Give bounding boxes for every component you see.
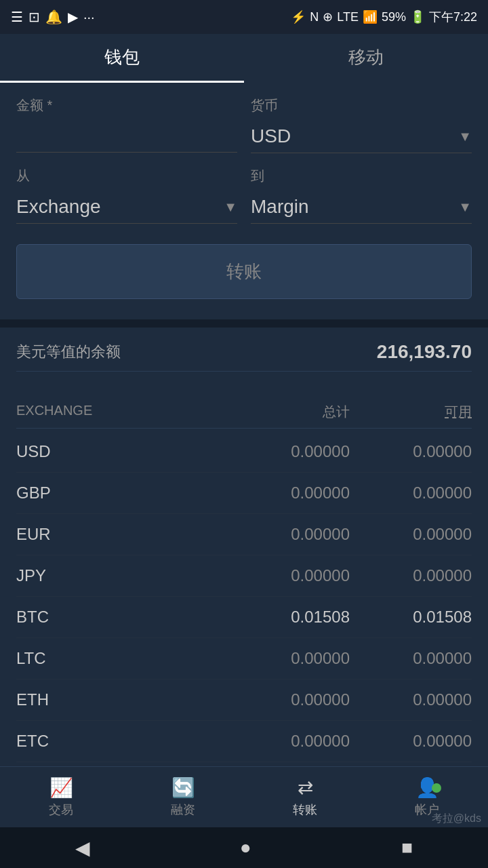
total-value: 0.00000 [228, 732, 350, 751]
balance-value: 216,193.70 [377, 341, 472, 363]
from-select[interactable]: Exchange ▼ [16, 191, 237, 224]
to-chevron-icon: ▼ [458, 199, 472, 215]
android-nav-bar: ◀ ● ■ [0, 827, 488, 868]
available-value: 0.00000 [350, 566, 472, 585]
play-icon: ▶ [68, 9, 78, 25]
vpn-icon: ⊕ [323, 9, 333, 24]
currency-label: EUR [16, 525, 228, 544]
nav-finance[interactable]: 🔄 融资 [122, 776, 244, 818]
recent-button[interactable]: ■ [401, 837, 413, 859]
status-bar: ☰ ⊡ 🔔 ▶ ··· ⚡ N ⊕ LTE 📶 59% 🔋 下午7:22 [0, 0, 488, 34]
currency-label: ETC [16, 732, 228, 751]
status-right-info: ⚡ N ⊕ LTE 📶 59% 🔋 下午7:22 [291, 9, 477, 25]
table-row: ETC 0.00000 0.00000 [16, 721, 472, 762]
available-value: 0.00000 [350, 649, 472, 668]
amount-field: 金额 * [16, 96, 237, 153]
time-display: 下午7:22 [429, 9, 477, 25]
table-row: BTC 0.01508 0.01508 [16, 597, 472, 638]
currency-value: USD [251, 125, 291, 147]
from-value: Exchange [16, 196, 101, 218]
from-chevron-icon: ▼ [224, 199, 237, 215]
lte-label: LTE [337, 10, 359, 24]
nav-trade[interactable]: 📈 交易 [0, 776, 122, 818]
table-row: EUR 0.00000 0.00000 [16, 514, 472, 555]
transfer-icon: ⇄ [298, 776, 313, 799]
total-value: 0.00000 [228, 690, 350, 709]
total-value: 0.01508 [228, 608, 350, 627]
col-total-header: 总计 [228, 403, 350, 421]
to-select[interactable]: Margin ▼ [251, 191, 472, 224]
currency-label: ETH [16, 690, 228, 709]
account-dot [432, 783, 441, 793]
currency-select[interactable]: USD ▼ [251, 120, 472, 153]
to-value: Margin [251, 196, 309, 218]
amount-label: 金额 * [16, 96, 237, 115]
nav-transfer[interactable]: ⇄ 转账 [244, 776, 366, 818]
main-tab-bar: 钱包 移动 [0, 34, 488, 83]
table-row: USD 0.00000 0.00000 [16, 431, 472, 473]
currency-label: USD [16, 442, 228, 461]
table-row: JPY 0.00000 0.00000 [16, 555, 472, 597]
available-value: 0.00000 [350, 732, 472, 751]
table-row: GBP 0.00000 0.00000 [16, 473, 472, 514]
tab-wallet[interactable]: 钱包 [0, 34, 244, 83]
table-header: EXCHANGE 总计 可用 [16, 396, 472, 429]
nfc-icon: N [310, 10, 319, 24]
col-available-header: 可用 [350, 403, 472, 421]
more-icon: ··· [83, 9, 95, 25]
available-value: 0.00000 [350, 484, 472, 502]
currency-chevron-icon: ▼ [458, 129, 472, 144]
currency-label: GBP [16, 484, 228, 502]
available-value: 0.00000 [350, 690, 472, 709]
balance-label: 美元等值的余额 [16, 342, 121, 362]
currency-field: 货币 USD ▼ [251, 96, 472, 153]
menu-icon: ☰ [11, 9, 23, 25]
section-exchange-label: EXCHANGE [16, 403, 228, 421]
signal-icon: 📶 [363, 9, 378, 24]
currency-label: JPY [16, 566, 228, 585]
tab-move[interactable]: 移动 [244, 34, 488, 83]
currency-label: LTC [16, 649, 228, 668]
watermark: 考拉@kds [432, 812, 481, 826]
back-button[interactable]: ◀ [75, 837, 90, 859]
app-icon: ⊡ [28, 9, 40, 25]
finance-icon: 🔄 [171, 776, 195, 799]
total-value: 0.00000 [228, 566, 350, 585]
currency-label: 货币 [251, 96, 472, 115]
available-value: 0.01508 [350, 608, 472, 627]
to-field: 到 Margin ▼ [251, 167, 472, 224]
balance-section: 美元等值的余额 216,193.70 [0, 328, 488, 396]
currency-label: BTC [16, 608, 228, 627]
from-label: 从 [16, 167, 237, 185]
table-row: LTC 0.00000 0.00000 [16, 638, 472, 679]
status-left-icons: ☰ ⊡ 🔔 ▶ ··· [11, 9, 95, 25]
total-value: 0.00000 [228, 525, 350, 544]
bluetooth-icon: ⚡ [291, 9, 306, 24]
transfer-form: 金额 * 货币 USD ▼ 从 Exchange ▼ 到 Margin ▼ [0, 83, 488, 319]
total-value: 0.00000 [228, 442, 350, 461]
section-divider [0, 319, 488, 328]
from-field: 从 Exchange ▼ [16, 167, 237, 224]
total-value: 0.00000 [228, 484, 350, 502]
to-label: 到 [251, 167, 472, 185]
available-value: 0.00000 [350, 525, 472, 544]
amount-input[interactable] [16, 120, 237, 153]
battery-icon: 🔋 [410, 9, 425, 24]
bottom-nav: 📈 交易 🔄 融资 ⇄ 转账 👤 帐户 [0, 766, 488, 827]
table-row: ETH 0.00000 0.00000 [16, 679, 472, 721]
available-value: 0.00000 [350, 442, 472, 461]
trade-icon: 📈 [49, 776, 73, 799]
balance-row: 美元等值的余额 216,193.70 [16, 341, 472, 372]
total-value: 0.00000 [228, 649, 350, 668]
battery-label: 59% [382, 10, 406, 24]
home-button[interactable]: ● [240, 837, 251, 859]
transfer-button[interactable]: 转账 [16, 244, 472, 299]
bell-icon: 🔔 [45, 9, 62, 25]
